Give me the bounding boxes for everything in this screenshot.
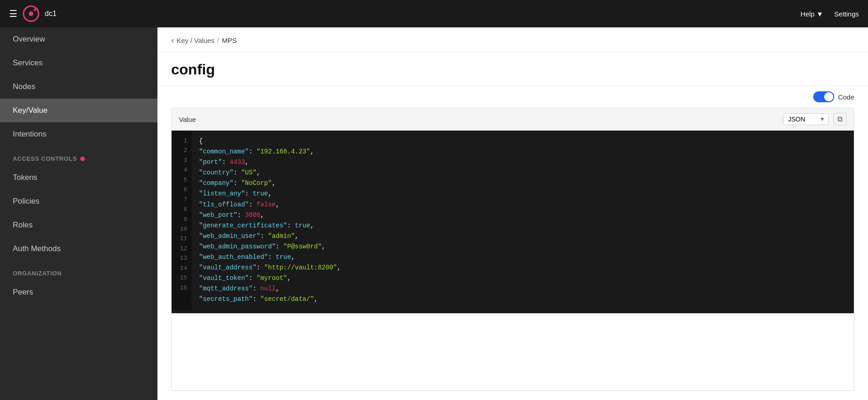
consul-logo <box>23 5 39 22</box>
code-line-16: "secrets_path": "secret/data/", <box>199 294 847 305</box>
breadcrumb-sep-1: / <box>217 37 219 44</box>
page-title: config <box>171 61 854 78</box>
line-num-9: 9 <box>172 215 192 224</box>
sidebar: Overview Services Nodes Key/Value Intent… <box>0 27 157 400</box>
line-num-6: 6 <box>172 185 192 195</box>
code-line-14: "vault_token": "myroot", <box>199 273 847 284</box>
breadcrumb-mps: MPS <box>222 37 237 44</box>
code-editor[interactable]: 1 2 3 4 5 6 7 8 9 10 11 12 13 14 <box>172 131 854 313</box>
editor-header: Value JSON YAML HCL XML ▼ ⧉ <box>172 108 854 131</box>
sidebar-item-services[interactable]: Services <box>0 51 157 75</box>
line-num-4: 4 <box>172 165 192 175</box>
line-num-7: 7 <box>172 195 192 205</box>
sidebar-item-policies[interactable]: Policies <box>0 189 157 213</box>
sidebar-item-tokens[interactable]: Tokens <box>0 166 157 189</box>
line-num-8: 8 <box>172 205 192 214</box>
line-numbers: 1 2 3 4 5 6 7 8 9 10 11 12 13 14 <box>172 131 192 311</box>
topnav-right: Help ▼ Settings <box>800 10 859 18</box>
editor-panel: Value JSON YAML HCL XML ▼ ⧉ <box>171 108 854 391</box>
toggle-knob <box>824 92 833 101</box>
topnav-left: ☰ dc1 <box>9 5 57 22</box>
code-line-4: "country": "US", <box>199 168 847 178</box>
format-select[interactable]: JSON YAML HCL XML <box>783 113 829 125</box>
logo-dot <box>34 9 36 11</box>
sidebar-item-keyvalue[interactable]: Key/Value <box>0 99 157 122</box>
logo-inner <box>29 11 33 16</box>
content-area: ‹ Key / Values / MPS config Code Value <box>157 27 868 400</box>
hamburger-icon[interactable]: ☰ <box>9 8 17 19</box>
code-line-9: "generate_certificates": true, <box>199 221 847 231</box>
sidebar-item-nodes[interactable]: Nodes <box>0 75 157 99</box>
line-num-13: 13 <box>172 253 192 263</box>
code-line-7: "tls_offload": false, <box>199 200 847 210</box>
sidebar-item-auth-methods[interactable]: Auth Methods <box>0 237 157 261</box>
code-line-5: "company": "NoCorp", <box>199 178 847 189</box>
back-icon[interactable]: ‹ <box>171 36 174 45</box>
format-select-wrapper: JSON YAML HCL XML ▼ <box>783 113 829 125</box>
code-toggle: Code <box>813 91 854 102</box>
code-toggle-switch[interactable] <box>813 91 834 102</box>
line-num-1: 1 <box>172 136 192 146</box>
settings-button[interactable]: Settings <box>834 10 859 18</box>
line-num-5: 5 <box>172 175 192 185</box>
dc-label: dc1 <box>45 10 57 18</box>
code-line-2: "common_name": "192.168.4.23", <box>199 147 847 157</box>
top-nav: ☰ dc1 Help ▼ Settings <box>0 0 868 27</box>
sidebar-item-peers[interactable]: Peers <box>0 280 157 304</box>
chevron-down-icon: ▼ <box>816 10 823 18</box>
code-line-15: "mqtt_address": null, <box>199 284 847 294</box>
code-line-1: { <box>199 136 847 147</box>
sidebar-item-overview[interactable]: Overview <box>0 27 157 51</box>
organization-section: ORGANIZATION <box>0 261 157 280</box>
code-line-3: "port": 4433, <box>199 157 847 168</box>
main-layout: Overview Services Nodes Key/Value Intent… <box>0 27 868 400</box>
value-label: Value <box>179 116 196 123</box>
access-controls-section: ACCESS CONTROLS <box>0 146 157 166</box>
line-num-11: 11 <box>172 234 192 243</box>
sidebar-item-intentions[interactable]: Intentions <box>0 122 157 146</box>
code-label: Code <box>838 93 854 101</box>
line-num-12: 12 <box>172 244 192 253</box>
code-line-11: "web_admin_password": "P@ssw0rd", <box>199 242 847 252</box>
toolbar-area: Code <box>157 86 868 108</box>
line-num-16: 16 <box>172 283 192 293</box>
breadcrumb: ‹ Key / Values / MPS <box>157 27 868 52</box>
code-line-12: "web_auth_enabled": true, <box>199 252 847 263</box>
line-num-15: 15 <box>172 273 192 283</box>
code-line-8: "web_port": 3000, <box>199 210 847 221</box>
help-button[interactable]: Help ▼ <box>800 10 823 18</box>
breadcrumb-keyvalues[interactable]: Key / Values <box>177 37 214 44</box>
editor-header-right: JSON YAML HCL XML ▼ ⧉ <box>783 113 847 126</box>
sidebar-item-roles[interactable]: Roles <box>0 213 157 237</box>
code-lines: 1 2 3 4 5 6 7 8 9 10 11 12 13 14 <box>172 131 854 311</box>
code-content: { "common_name": "192.168.4.23", "port":… <box>192 131 854 311</box>
code-line-10: "web_admin_user": "admin", <box>199 231 847 242</box>
page-title-area: config <box>157 52 868 86</box>
access-controls-dot <box>80 157 85 161</box>
line-num-3: 3 <box>172 156 192 165</box>
copy-button[interactable]: ⧉ <box>833 113 847 126</box>
line-num-10: 10 <box>172 224 192 234</box>
line-num-14: 14 <box>172 263 192 273</box>
code-line-6: "listen_any": true, <box>199 189 847 199</box>
code-line-13: "vault_address": "http://vault:8200", <box>199 263 847 273</box>
line-num-2: 2 <box>172 146 192 155</box>
